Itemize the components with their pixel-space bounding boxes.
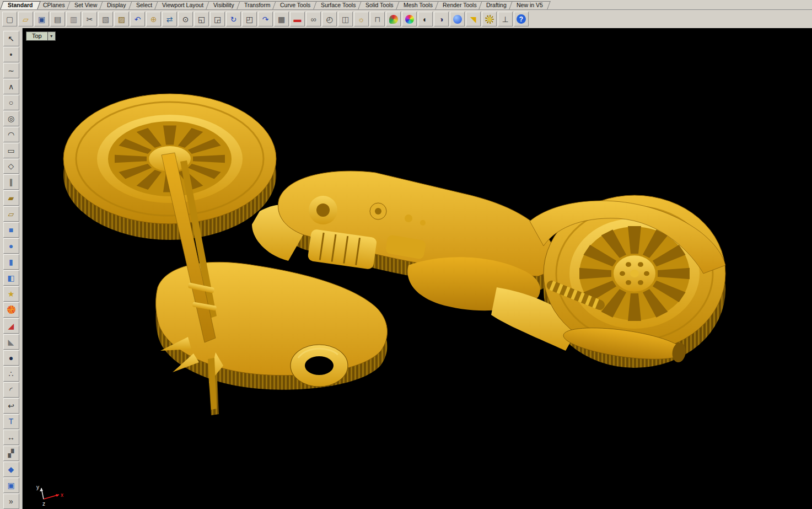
link-icon[interactable]: ∞ [306, 12, 321, 26]
circle-icon[interactable]: ○ [3, 95, 19, 110]
render-icon[interactable]: ◕ [386, 12, 401, 26]
named-view-icon[interactable]: ◫ [338, 12, 353, 26]
side-toolbar-icon-glyph: T [9, 417, 14, 425]
toolbar-icon-glyph: ◲ [214, 15, 221, 23]
polyline-icon[interactable]: ∧ [3, 79, 19, 94]
zoom-window-icon[interactable]: ◱ [194, 12, 209, 26]
blocks-icon[interactable]: ▞ [3, 446, 19, 461]
axis-y-label: y [36, 484, 39, 490]
menu-tab[interactable]: Render Tools [435, 1, 484, 9]
rotate-view-icon[interactable]: ↻ [226, 12, 241, 26]
shaded-mode-icon[interactable]: ◐ [418, 12, 433, 26]
menu-tab[interactable]: Standard [0, 1, 40, 9]
select-arrow-icon[interactable]: ↖ [3, 31, 19, 46]
copy-icon[interactable]: ▧ [98, 12, 113, 26]
snap-flag-icon[interactable]: ◥ [466, 12, 481, 26]
rectangle-icon[interactable]: ▭ [3, 143, 19, 158]
surface-icon[interactable]: ▰ [3, 190, 19, 206]
chamfer-icon[interactable]: ◣ [3, 334, 19, 350]
zoom-extents-icon[interactable]: ◰ [242, 12, 257, 26]
viewport-title-dropdown[interactable]: ▼ [48, 31, 56, 41]
paste-icon[interactable]: ▨ [114, 12, 129, 26]
zoom-dynamic-icon[interactable]: ⊙ [178, 12, 193, 26]
explode-icon[interactable]: ☀ [3, 302, 19, 318]
loft-icon[interactable]: ▱ [3, 206, 19, 222]
ghosted-mode-icon[interactable]: ◑ [434, 12, 449, 26]
pan-icon[interactable]: ⊕ [146, 12, 161, 26]
save-icon[interactable]: ▣ [34, 12, 49, 26]
menu-tab-label: Mesh Tools [404, 2, 433, 9]
motorcycle-relief-model[interactable] [23, 28, 812, 509]
side-toolbar-icon-glyph: ◢ [8, 322, 14, 330]
options-gear-icon[interactable]: ☸ [482, 12, 497, 26]
undo-view-icon[interactable]: ↷ [258, 12, 273, 26]
polygon-icon[interactable]: ◇ [3, 159, 19, 174]
side-toolbar-icon-glyph: ◜ [9, 386, 12, 394]
menu-tab[interactable]: Viewport Layout [154, 1, 211, 9]
zoom-selected-icon[interactable]: ◲ [210, 12, 225, 26]
side-toolbar-icon-glyph: » [9, 497, 13, 505]
layers-grid-icon[interactable]: ▦ [274, 12, 289, 26]
object-red-icon[interactable]: ▬ [290, 12, 305, 26]
viewport-title-label[interactable]: Top [26, 31, 48, 41]
menu-tab[interactable]: Transform [236, 1, 278, 9]
toolbar-icon-glyph: ∞ [311, 15, 316, 23]
array-icon[interactable]: ∴ [3, 366, 19, 382]
toolbar-icon-glyph: ? [517, 14, 526, 24]
sphere-icon[interactable]: ● [3, 238, 19, 254]
fillet-icon[interactable]: ◢ [3, 318, 19, 334]
menu-tab[interactable]: Mesh Tools [396, 1, 440, 9]
solid-star-icon[interactable]: ★ [3, 286, 19, 302]
print-icon[interactable]: ▤ [50, 12, 65, 26]
color-wheel-icon[interactable]: ◉ [402, 12, 417, 26]
text-icon[interactable]: T [3, 414, 19, 430]
ellipse-icon[interactable]: ◎ [3, 111, 19, 126]
menu-tab-label: Viewport Layout [162, 2, 203, 9]
solid-edit-icon[interactable]: ◧ [3, 270, 19, 286]
offset-curve-icon[interactable]: ∥ [3, 174, 19, 190]
side-toolbar-icon-glyph: ■ [9, 226, 13, 234]
undo-icon[interactable]: ↶ [130, 12, 145, 26]
visibility-lamp-icon[interactable]: ☼ [354, 12, 369, 26]
curve-arc-icon[interactable]: ◜ [3, 382, 19, 398]
cut-icon[interactable]: ✂ [82, 12, 97, 26]
top-viewport[interactable]: Top ▼ [23, 28, 812, 509]
new-file-icon[interactable]: ▢ [2, 12, 17, 26]
menu-tab-label: Select [136, 2, 152, 9]
open-file-icon[interactable]: ▱ [18, 12, 33, 26]
extrude-icon[interactable]: ▣ [3, 478, 19, 493]
toolbar-icon-glyph: ◰ [246, 15, 253, 23]
axis-x-label: x [61, 492, 63, 498]
menu-tab-label: Curve Tools [280, 2, 310, 9]
box-icon[interactable]: ■ [3, 222, 19, 238]
menu-tab[interactable]: Surface Tools [313, 1, 363, 9]
side-toolbar-icon-glyph: ☀ [7, 306, 15, 314]
toolbar-icon-glyph: ⊙ [182, 15, 189, 23]
cylinder-icon[interactable]: ▮ [3, 254, 19, 270]
control-curve-icon[interactable]: ∼ [3, 63, 19, 78]
point-icon[interactable]: • [3, 47, 19, 62]
viewport-title[interactable]: Top ▼ [26, 31, 56, 41]
arc-icon[interactable]: ◠ [3, 127, 19, 142]
gem-icon[interactable]: ◆ [3, 462, 19, 477]
menu-tab-label: Standard [8, 2, 33, 9]
export-icon[interactable]: ▥ [66, 12, 81, 26]
toolbar-icon-glyph: ☸ [485, 15, 494, 24]
lock-icon[interactable]: ⊓ [370, 12, 385, 26]
menu-tab-label: CPlanes [43, 2, 65, 9]
axis-z-label: z [42, 501, 45, 507]
menu-tab[interactable]: New in V5 [509, 1, 550, 9]
menu-tab[interactable]: Solid Tools [358, 1, 401, 9]
cplane-icon[interactable]: ⊥ [498, 12, 513, 26]
hook-icon[interactable]: ↩ [3, 398, 19, 414]
toolbar-icon-glyph: ◕ [389, 15, 398, 24]
rendered-mode-icon[interactable]: ● [450, 12, 465, 26]
dimension-icon[interactable]: ↔ [3, 430, 19, 445]
menu-tab[interactable]: Curve Tools [273, 1, 319, 9]
move-icon[interactable]: ⇄ [162, 12, 177, 26]
help-icon[interactable]: ? [514, 12, 529, 26]
more-icon[interactable]: » [3, 494, 19, 509]
boolean-icon[interactable]: ● [3, 350, 19, 366]
toolbar-icon-glyph: ● [453, 15, 462, 24]
rotate-icon[interactable]: ◴ [322, 12, 337, 26]
